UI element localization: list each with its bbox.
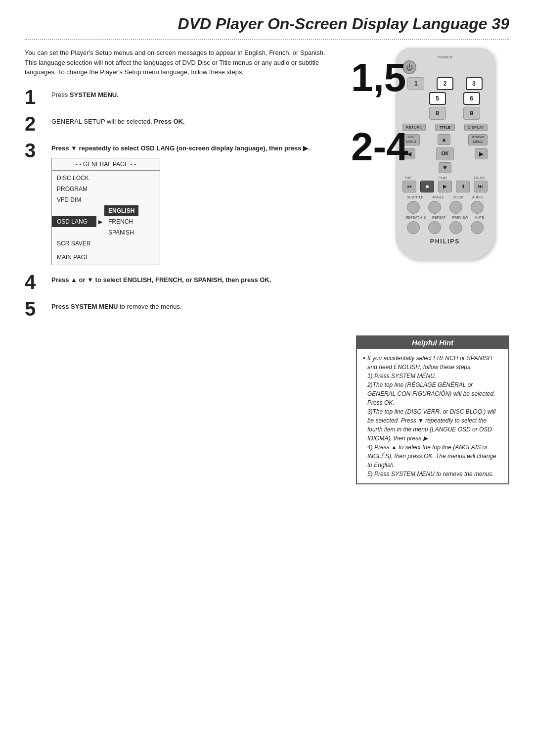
step-1-content: Press SYSTEM MENU.: [51, 87, 326, 100]
top-label: TOP: [404, 176, 411, 180]
step-4: 4 Press ▲ or ▼ to select ENGLISH, FRENCH…: [25, 272, 326, 292]
ok-button[interactable]: OK: [436, 147, 454, 160]
num-btn-8[interactable]: 8: [429, 107, 446, 120]
lang-spanish: SPANISH: [104, 227, 138, 238]
transport-row: ⏮ ■ ▶ ⏸ ⏭: [402, 181, 488, 192]
title-text: DVD Player On-Screen Display Language: [178, 15, 488, 33]
play-label: PLAY: [439, 176, 447, 180]
num-btn-6[interactable]: 6: [463, 92, 480, 105]
step-4-content: Press ▲ or ▼ to select ENGLISH, FRENCH, …: [51, 272, 326, 285]
zoom-button[interactable]: [449, 201, 462, 214]
audio-label: AUDIO: [472, 195, 483, 199]
bottom-labels-row: SUBTITLE ANGLE ZOOM AUDIO: [402, 195, 488, 199]
menu-item-main-page: MAIN PAGE: [52, 252, 160, 263]
menu-item-program: PROGRAM: [52, 184, 160, 194]
num-btn-5[interactable]: 5: [429, 92, 446, 105]
num-row-1: 1 2 3: [402, 77, 488, 90]
transport-labels: TOP PLAY PAUSE: [402, 176, 488, 180]
power-label: POWER: [402, 55, 488, 59]
menu-item-osd-lang: OSD LANG: [52, 216, 96, 227]
helpful-hint-bullet: • If you accidentally select FRENCH or S…: [363, 354, 502, 478]
step-2-number: 2: [25, 114, 46, 134]
menu-header: - - GENERAL PAGE - -: [52, 158, 160, 171]
down-row: ▼: [402, 162, 488, 173]
num-row-2: 5 6: [402, 92, 488, 105]
left-column: You can set the Player's Setup menus and…: [25, 48, 326, 326]
helpful-hint-box: Helpful Hint • If you accidentally selec…: [356, 335, 509, 484]
subtitle-button[interactable]: [407, 201, 420, 214]
circle-row-2: [402, 221, 488, 234]
step-4-number: 4: [25, 272, 46, 292]
right-button[interactable]: ▶: [475, 148, 488, 159]
repeat-label: REPEAT: [432, 216, 446, 219]
bottom-left: [25, 335, 341, 484]
bottom-labels-row2: REPEAT A-B REPEAT PREVIEW MUTE: [402, 216, 488, 219]
menu-item-disc-lock: DISC LOCK: [52, 173, 160, 184]
disc-system-row: DISCMENU ▲ SYSTEMMENU: [402, 134, 488, 145]
num-row-3: 8 9: [402, 107, 488, 120]
num-btn-2[interactable]: 2: [437, 77, 453, 90]
audio-button[interactable]: [471, 201, 484, 214]
step-5-number: 5: [25, 299, 46, 319]
repeat-ab-label: REPEAT A-B: [405, 216, 426, 219]
lang-french: FRENCH: [104, 216, 138, 227]
angle-button[interactable]: [428, 201, 441, 214]
mute-label: MUTE: [475, 216, 485, 219]
page-title: DVD Player On-Screen Display Language 39: [25, 15, 509, 36]
num-btn-3[interactable]: 3: [466, 77, 483, 90]
bottom-right: Helpful Hint • If you accidentally selec…: [341, 335, 509, 484]
helpful-hint-content: • If you accidentally select FRENCH or S…: [357, 349, 508, 483]
bullet-dot: •: [363, 355, 365, 362]
skip-back-button[interactable]: ⏮: [402, 181, 416, 192]
num-btn-1[interactable]: 1: [407, 77, 424, 90]
step-2-content: GENERAL SETUP will be selected. Press OK…: [51, 114, 326, 127]
menu-items: DISC LOCK PROGRAM VFD DIM OSD LANG ▶ ENG…: [52, 171, 160, 265]
intro-paragraph: You can set the Player's Setup menus and…: [25, 48, 326, 77]
menu-item-scr-saver: SCR SAVER: [52, 238, 160, 249]
step-3-number: 3: [25, 141, 46, 160]
power-section: POWER ⏻: [402, 55, 488, 74]
num-btn-9[interactable]: 9: [463, 107, 480, 120]
title-button[interactable]: TITLE: [435, 124, 455, 131]
angle-label: ANGLE: [432, 195, 444, 199]
right-column: 1,5 POWER ⏻ 1 2 3: [341, 48, 509, 326]
bottom-layout: Helpful Hint • If you accidentally selec…: [25, 335, 509, 484]
repeat-ab-button[interactable]: [407, 221, 420, 234]
down-button[interactable]: ▼: [439, 162, 451, 173]
menu-display: - - GENERAL PAGE - - DISC LOCK PROGRAM V…: [51, 158, 160, 265]
big-label-15: 1,5: [351, 58, 406, 97]
helpful-hint-text: If you accidentally select FRENCH or SPA…: [367, 354, 502, 478]
helpful-hint-header: Helpful Hint: [357, 336, 508, 349]
system-menu-button[interactable]: SYSTEMMENU: [468, 134, 488, 145]
mute-button[interactable]: [471, 221, 484, 234]
step-5-content: Press SYSTEM MENU to remove the menus.: [51, 299, 326, 312]
lang-english: ENGLISH: [104, 205, 138, 216]
page-container: DVD Player On-Screen Display Language 39…: [0, 0, 534, 756]
pause-button[interactable]: ⏸: [456, 181, 470, 192]
play-button[interactable]: ▶: [438, 181, 452, 192]
step-2: 2 GENERAL SETUP will be selected. Press …: [25, 114, 326, 134]
step-3: 3 Press ▼ repeatedly to select OSD LANG …: [25, 141, 326, 266]
step-3-content: Press ▼ repeatedly to select OSD LANG (o…: [51, 141, 326, 266]
zoom-label: ZOOM: [453, 195, 463, 199]
step-1: 1 Press SYSTEM MENU.: [25, 87, 326, 107]
preview-button[interactable]: [449, 221, 462, 234]
main-layout: You can set the Player's Setup menus and…: [25, 48, 509, 326]
remote-body: POWER ⏻ 1 2 3 5 6: [396, 48, 494, 260]
skip-fwd-button[interactable]: ⏭: [474, 181, 488, 192]
preview-label: PREVIEW: [452, 216, 468, 219]
step-1-number: 1: [25, 87, 46, 107]
divider: [25, 39, 509, 40]
page-number: 39: [491, 15, 509, 33]
pause-label: PAUSE: [474, 176, 486, 180]
stop-button[interactable]: ■: [420, 181, 434, 192]
remote-wrapper: 1,5 POWER ⏻ 1 2 3: [351, 48, 499, 260]
menu-item-vfd-dim: VFD DIM: [52, 194, 160, 205]
up-button[interactable]: ▲: [438, 134, 450, 145]
display-button[interactable]: DISPLAY: [464, 124, 488, 131]
title-return-row: RETURN TITLE DISPLAY: [402, 124, 488, 131]
repeat-button[interactable]: [428, 221, 441, 234]
circle-row-1: [402, 201, 488, 214]
ok-row: ◀ OK ▶: [402, 147, 488, 160]
step-5: 5 Press SYSTEM MENU to remove the menus.: [25, 299, 326, 319]
